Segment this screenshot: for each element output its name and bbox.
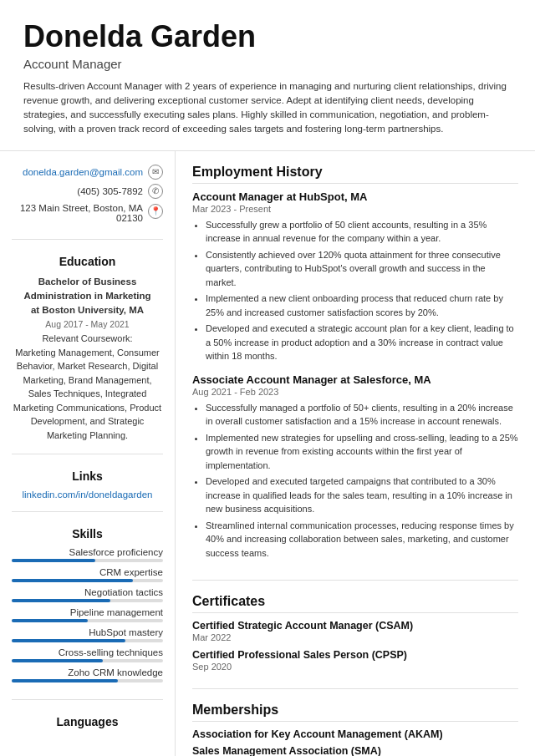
job-date: Mar 2023 - Present — [192, 204, 518, 214]
skill-bar-container — [12, 559, 163, 562]
skill-bar — [12, 639, 125, 642]
coursework-label: Relevant Coursework: — [42, 333, 132, 343]
skill-bar — [12, 619, 88, 622]
skill-bar-container — [12, 619, 163, 622]
skill-item: HubSpot mastery — [12, 627, 163, 642]
skill-bar-container — [12, 599, 163, 602]
job-bullet: Streamlined internal communication proce… — [206, 519, 518, 561]
email-item: donelda.garden@gmail.com ✉ — [12, 165, 163, 180]
jobs-container: Account Manager at HubSpot, MA Mar 2023 … — [192, 190, 518, 561]
address-item: 123 Main Street, Boston, MA 02130 📍 — [12, 203, 163, 223]
skill-item: Cross-selling techniques — [12, 647, 163, 662]
skill-bar-container — [12, 679, 163, 682]
education-section: Education Bachelor of Business Administr… — [12, 255, 163, 455]
edu-degree: Bachelor of Business Administration in M… — [23, 277, 150, 316]
linkedin-link[interactable]: linkedin.com/in/doneldagarden — [23, 490, 153, 500]
job-bullet: Developed and executed targeted campaign… — [206, 474, 518, 516]
job-title: Associate Account Manager at Salesforce,… — [192, 373, 518, 386]
job-date: Aug 2021 - Feb 2023 — [192, 387, 518, 397]
cert-date: Sep 2020 — [192, 662, 518, 672]
phone-text: (405) 305-7892 — [77, 186, 143, 196]
phone-icon: ✆ — [148, 184, 163, 199]
links-title: Links — [12, 469, 163, 483]
skill-name: Zoho CRM knowledge — [68, 667, 163, 677]
job-bullet: Successfully managed a portfolio of 50+ … — [206, 401, 518, 429]
education-title: Education — [12, 255, 163, 268]
resume-container: Donelda Garden Account Manager Results-d… — [0, 0, 535, 756]
candidate-title: Account Manager — [23, 57, 512, 71]
skill-name: Salesforce proficiency — [69, 547, 164, 557]
skills-section: Skills Salesforce proficiency CRM expert… — [12, 527, 163, 700]
certificates-section: Certificates Certified Strategic Account… — [192, 594, 518, 689]
links-content: linkedin.com/in/doneldagarden — [12, 490, 163, 500]
coursework-text: Marketing Management, Consumer Behavior,… — [13, 348, 161, 440]
certs-container: Certified Strategic Account Manager (CSA… — [192, 620, 518, 672]
skill-name: Cross-selling techniques — [59, 647, 163, 657]
skill-bar — [12, 599, 110, 602]
candidate-name: Donelda Garden — [23, 20, 512, 53]
membership-item: Association for Key Account Management (… — [192, 728, 518, 740]
links-section: Links linkedin.com/in/doneldagarden — [12, 469, 163, 512]
job-title: Account Manager at HubSpot, MA — [192, 190, 518, 203]
right-column: Employment History Account Manager at Hu… — [176, 151, 535, 756]
job-bullets: Successfully grew a portfolio of 50 clie… — [192, 218, 518, 363]
contact-section: donelda.garden@gmail.com ✉ (405) 305-789… — [12, 165, 163, 240]
skill-bar-container — [12, 659, 163, 662]
edu-dates: Aug 2017 - May 2021 — [45, 319, 129, 329]
candidate-summary: Results-driven Account Manager with 2 ye… — [23, 79, 512, 137]
skill-name: Pipeline management — [70, 607, 163, 617]
cert-entry: Certified Professional Sales Person (CPS… — [192, 649, 518, 672]
job-bullet: Consistently achieved over 120% quota at… — [206, 248, 518, 290]
job-entry: Account Manager at HubSpot, MA Mar 2023 … — [192, 190, 518, 363]
cert-entry: Certified Strategic Account Manager (CSA… — [192, 620, 518, 642]
education-content: Bachelor of Business Administration in M… — [12, 275, 163, 443]
memberships-title: Memberships — [192, 703, 518, 722]
email-text[interactable]: donelda.garden@gmail.com — [23, 167, 143, 177]
skill-item: Zoho CRM knowledge — [12, 667, 163, 682]
job-bullet: Successfully grew a portfolio of 50 clie… — [206, 218, 518, 246]
skills-title: Skills — [12, 527, 163, 540]
skill-name: HubSpot mastery — [89, 627, 163, 637]
languages-section: Languages — [12, 715, 163, 747]
membership-item: Sales Management Association (SMA) — [192, 745, 518, 756]
cert-name: Certified Professional Sales Person (CPS… — [192, 649, 518, 661]
skill-bar-container — [12, 639, 163, 642]
languages-title: Languages — [12, 715, 163, 728]
skill-item: Negotiation tactics — [12, 587, 163, 602]
main-body: donelda.garden@gmail.com ✉ (405) 305-789… — [0, 151, 535, 756]
employment-section: Employment History Account Manager at Hu… — [192, 165, 518, 581]
location-icon: 📍 — [148, 204, 163, 219]
job-entry: Associate Account Manager at Salesforce,… — [192, 373, 518, 561]
job-bullet: Developed and executed a strategic accou… — [206, 322, 518, 363]
memberships-section: Memberships Association for Key Account … — [192, 703, 518, 756]
job-bullet: Implemented new strategies for upselling… — [206, 431, 518, 473]
skills-list: Salesforce proficiency CRM expertise Neg… — [12, 547, 163, 682]
phone-item: (405) 305-7892 ✆ — [12, 184, 163, 199]
address-text: 123 Main Street, Boston, MA 02130 — [12, 203, 143, 223]
cert-name: Certified Strategic Account Manager (CSA… — [192, 620, 518, 632]
skill-bar — [12, 579, 133, 582]
skill-bar — [12, 659, 103, 662]
skill-item: CRM expertise — [12, 567, 163, 582]
header-section: Donelda Garden Account Manager Results-d… — [0, 0, 535, 151]
certificates-title: Certificates — [192, 594, 518, 613]
job-bullet: Implemented a new client onboarding proc… — [206, 292, 518, 319]
skill-name: CRM expertise — [99, 567, 163, 577]
skill-bar-container — [12, 579, 163, 582]
cert-date: Mar 2022 — [192, 632, 518, 642]
skill-item: Salesforce proficiency — [12, 547, 163, 562]
memberships-container: Association for Key Account Management (… — [192, 728, 518, 756]
skill-bar — [12, 559, 95, 562]
job-bullets: Successfully managed a portfolio of 50+ … — [192, 401, 518, 561]
email-icon: ✉ — [148, 165, 163, 180]
employment-title: Employment History — [192, 165, 518, 184]
left-column: donelda.garden@gmail.com ✉ (405) 305-789… — [0, 151, 176, 756]
skill-bar — [12, 679, 118, 682]
skill-item: Pipeline management — [12, 607, 163, 622]
skill-name: Negotiation tactics — [84, 587, 163, 597]
